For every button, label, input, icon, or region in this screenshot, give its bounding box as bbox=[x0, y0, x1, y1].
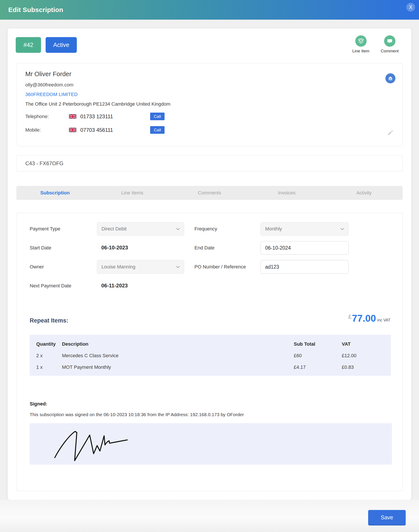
chevron-down-icon bbox=[176, 227, 180, 230]
row-quantity: 2 x bbox=[36, 353, 62, 359]
row-vat: £0.83 bbox=[342, 364, 384, 370]
call-telephone-button[interactable]: Call bbox=[150, 113, 165, 120]
comment-icon bbox=[384, 35, 395, 47]
package-icon bbox=[355, 35, 367, 47]
close-icon[interactable]: X bbox=[406, 3, 415, 12]
vehicle-registration-field[interactable]: C43 - FX67OFG bbox=[16, 155, 403, 171]
tab-bar: Subscription Line Items Comments Invoice… bbox=[16, 186, 403, 200]
start-date-value: 06-10-2023 bbox=[101, 245, 128, 251]
status-button[interactable]: Active bbox=[46, 37, 77, 53]
total-amount: 77.00 bbox=[352, 313, 376, 323]
end-date-label: End Date bbox=[195, 245, 214, 251]
tab-activity[interactable]: Activity bbox=[325, 186, 403, 200]
row-quantity: 1 x bbox=[36, 364, 62, 370]
contact-card: Mr Oliver Forder olly@360freedom.com 360… bbox=[16, 63, 403, 146]
page-title: Edit Subscription bbox=[0, 6, 63, 13]
envelope-icon bbox=[388, 76, 393, 81]
tab-line-items[interactable]: Line Items bbox=[94, 186, 171, 200]
frequency-label: Frequency bbox=[195, 226, 217, 232]
mobile-row: Mobile: 07703 456111 Call bbox=[25, 126, 394, 134]
call-mobile-button[interactable]: Call bbox=[150, 126, 165, 134]
start-date-label: Start Date bbox=[30, 245, 51, 251]
row-sub-total: £4.17 bbox=[294, 364, 342, 370]
contact-email: olly@360freedom.com bbox=[25, 82, 394, 88]
signature-panel bbox=[30, 423, 392, 465]
po-number-input[interactable] bbox=[261, 260, 349, 274]
col-description: Description bbox=[62, 341, 294, 347]
po-number-label: PO Number / Reference bbox=[195, 264, 246, 270]
owner-value: Louise Manning bbox=[102, 264, 135, 270]
pencil-icon bbox=[387, 130, 394, 136]
repeat-items-total: £ 77.00 inc VAT bbox=[348, 313, 390, 324]
currency-symbol: £ bbox=[348, 313, 351, 320]
subscription-id-badge: #42 bbox=[16, 37, 41, 53]
owner-label: Owner bbox=[30, 264, 44, 270]
vehicle-registration-value: C43 - FX67OFG bbox=[25, 160, 64, 167]
comment-label: Comment bbox=[381, 49, 399, 53]
quick-actions: Line Item Comment bbox=[352, 35, 399, 53]
payment-type-select[interactable]: Direct Debit bbox=[97, 222, 184, 236]
telephone-number: 01733 123111 bbox=[80, 114, 150, 120]
frequency-value: Monthly bbox=[265, 226, 282, 232]
row-description: Mercedes C Class Service bbox=[62, 353, 294, 359]
save-button[interactable]: Save bbox=[368, 510, 406, 525]
payment-type-value: Direct Debit bbox=[102, 226, 127, 232]
telephone-label: Telephone: bbox=[25, 114, 69, 119]
add-comment-button[interactable]: Comment bbox=[381, 35, 399, 53]
contact-address: The Office Unit 2 Peterborough PE1234 Ca… bbox=[25, 101, 394, 107]
footer bbox=[0, 500, 419, 532]
mobile-label: Mobile: bbox=[25, 127, 69, 133]
row-sub-total: £60 bbox=[294, 353, 342, 359]
row-vat: £12.00 bbox=[342, 353, 384, 359]
chevron-down-icon bbox=[176, 265, 180, 268]
repeat-items-table: Quantity Description Sub Total VAT 2 x M… bbox=[30, 335, 391, 376]
payment-type-label: Payment Type bbox=[30, 226, 60, 232]
signed-statement: This subscription was signed on the 06-1… bbox=[30, 412, 244, 417]
edit-subscription-modal: #42 Active Line Item Comment bbox=[8, 28, 411, 500]
email-envelope-button[interactable] bbox=[385, 73, 395, 83]
owner-select[interactable]: Louise Manning bbox=[97, 260, 184, 274]
tab-invoices[interactable]: Invoices bbox=[248, 186, 325, 200]
edit-contact-button[interactable] bbox=[387, 130, 394, 137]
modal-header: Edit Subscription X bbox=[0, 0, 419, 20]
uk-flag-icon bbox=[69, 114, 76, 119]
row-description: MOT Payment Monthly bbox=[62, 364, 294, 370]
tab-subscription[interactable]: Subscription bbox=[16, 186, 94, 200]
next-payment-date-label: Next Payment Date bbox=[30, 283, 71, 289]
col-quantity: Quantity bbox=[36, 341, 62, 347]
uk-flag-icon bbox=[69, 128, 76, 132]
subscription-form-card: Payment Type Direct Debit Frequency Mont… bbox=[16, 213, 403, 491]
mobile-number: 07703 456111 bbox=[80, 127, 150, 133]
signature-image bbox=[50, 423, 159, 465]
repeat-items-heading: Repeat Items: bbox=[30, 317, 68, 324]
col-sub-total: Sub Total bbox=[294, 341, 342, 347]
next-payment-date-value: 06-11-2023 bbox=[101, 283, 128, 289]
telephone-row: Telephone: 01733 123111 Call bbox=[25, 112, 394, 120]
chevron-down-icon bbox=[341, 227, 344, 230]
signed-heading: Signed: bbox=[30, 401, 47, 407]
add-line-item-button[interactable]: Line Item bbox=[352, 35, 369, 53]
total-suffix: inc VAT bbox=[377, 318, 390, 323]
col-vat: VAT bbox=[342, 341, 384, 347]
badge-row: #42 Active bbox=[16, 37, 77, 53]
line-item-label: Line Item bbox=[352, 49, 369, 53]
contact-company-link[interactable]: 360FREEDOM LIMITED bbox=[25, 92, 394, 97]
contact-name: Mr Oliver Forder bbox=[25, 70, 394, 78]
frequency-select[interactable]: Monthly bbox=[261, 222, 349, 236]
tab-comments[interactable]: Comments bbox=[171, 186, 248, 200]
end-date-input[interactable] bbox=[261, 241, 349, 255]
